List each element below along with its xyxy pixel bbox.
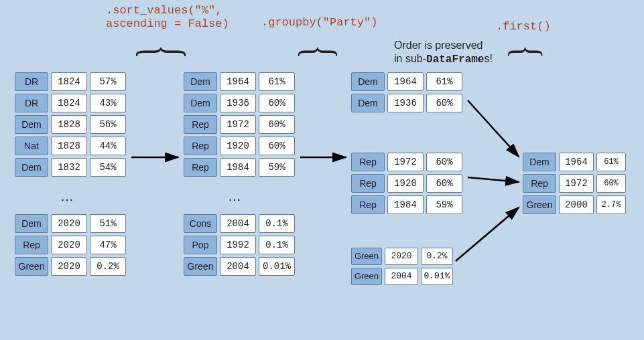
cell-party: Dem [15,214,48,233]
svg-line-4 [456,207,519,261]
cell-party: Green [351,268,382,285]
cell-pct: 60% [259,115,295,134]
table-row: Dem196461% [351,72,462,91]
cell-party: Rep [184,137,217,155]
table-result: Dem196461%Rep197260%Green20002.7% [523,153,626,217]
cell-year: 2020 [385,248,418,265]
table-group-green: Green20200.2%Green20040.01% [351,248,453,288]
cell-year: 1936 [220,94,256,112]
table-original-top: DR182457%DR182443%Dem182856%Nat182844%De… [15,72,126,179]
brace-first: } [499,45,547,59]
cell-year: 2004 [385,268,418,285]
cell-party: Rep [523,174,556,193]
cell-year: 2020 [51,214,87,233]
cell-party: Nat [15,137,48,155]
cell-year: 1828 [51,115,87,134]
cell-pct: 0.01% [421,268,453,285]
cell-pct: 60% [259,137,295,155]
cell-year: 1832 [51,158,87,177]
table-row: Dem196461% [184,72,295,91]
table-row: Rep198459% [351,195,462,214]
cell-pct: 0.1% [259,236,295,254]
cell-pct: 56% [90,115,126,134]
cell-year: 1992 [220,236,256,254]
cell-party: Green [523,195,556,214]
cell-party: Green [184,257,217,276]
cell-party: Pop [184,236,217,254]
brace-sort: } [124,45,192,59]
cell-year: 1972 [387,153,424,171]
cell-pct: 47% [90,236,126,254]
cell-year: 2020 [51,257,87,276]
table-row: Green20040.01% [184,257,295,276]
cell-year: 1964 [559,153,594,171]
table-sorted-bottom: Cons20040.1%Pop19920.1%Green20040.01% [184,214,295,278]
cell-party: DR [15,72,48,91]
table-group-dem: Dem196461%Dem193660% [351,72,462,115]
table-row: Dem183254% [15,158,126,177]
cell-year: 1984 [220,158,256,177]
cell-pct: 61% [259,72,295,91]
cell-year: 1824 [51,72,87,91]
cell-pct: 0.1% [259,214,295,233]
cell-year: 1972 [220,115,256,134]
table-row: Rep197260% [351,153,462,171]
cell-year: 1824 [51,94,87,112]
svg-line-3 [468,177,519,182]
table-group-rep: Rep197260%Rep192060%Rep198459% [351,153,462,217]
table-row: Dem196461% [523,153,626,171]
table-row: Rep198459% [184,158,295,177]
table-sorted-top: Dem196461%Dem193660%Rep197260%Rep192060%… [184,72,295,179]
cell-party: Rep [351,174,385,193]
cell-party: Green [15,257,48,276]
cell-party: Rep [351,153,385,171]
cell-pct: 54% [90,158,126,177]
cell-year: 2004 [220,257,256,276]
cell-year: 1964 [387,72,424,91]
table-row: Green20200.2% [15,257,126,276]
cell-year: 1920 [220,137,256,155]
cell-party: Rep [184,115,217,134]
cell-pct: 2.7% [596,195,626,214]
table-row: Pop19920.1% [184,236,295,254]
table-original-bottom: Dem202051%Rep202047%Green20200.2% [15,214,126,278]
cell-year: 2004 [220,214,256,233]
cell-pct: 60% [426,153,462,171]
table-row: Cons20040.1% [184,214,295,233]
cell-year: 2000 [559,195,594,214]
label-groupby: .groupby("Party") [261,16,377,29]
cell-year: 1936 [387,94,424,112]
label-sort: .sort_values("%", ascending = False) [106,4,229,31]
cell-pct: 44% [90,137,126,155]
cell-pct: 59% [426,195,462,214]
table-row: Green20002.7% [523,195,626,214]
cell-party: Rep [15,236,48,254]
table-row: Rep197260% [184,115,295,134]
table-row: Rep192060% [351,174,462,193]
table-row: Rep192060% [184,137,295,155]
cell-party: Rep [351,195,385,214]
cell-year: 1964 [220,72,256,91]
cell-party: Dem [15,115,48,134]
table-row: Dem202051% [15,214,126,233]
cell-pct: 60% [426,94,462,112]
cell-party: Green [351,248,382,265]
cell-year: 1828 [51,137,87,155]
cell-pct: 60% [259,94,295,112]
cell-party: Dem [184,72,217,91]
cell-pct: 0.01% [259,257,295,276]
cell-party: Dem [351,94,385,112]
cell-party: Dem [184,94,217,112]
cell-party: Rep [184,158,217,177]
cell-party: Cons [184,214,217,233]
table-row: Dem193660% [351,94,462,112]
table-row: Green20200.2% [351,248,453,265]
cell-pct: 0.2% [421,248,453,265]
cell-pct: 60% [596,174,626,193]
cell-pct: 61% [426,72,462,91]
cell-pct: 0.2% [90,257,126,276]
table-row: Nat182844% [15,137,126,155]
cell-pct: 43% [90,94,126,112]
table-row: Rep202047% [15,236,126,254]
brace-groupby: } [288,45,343,59]
